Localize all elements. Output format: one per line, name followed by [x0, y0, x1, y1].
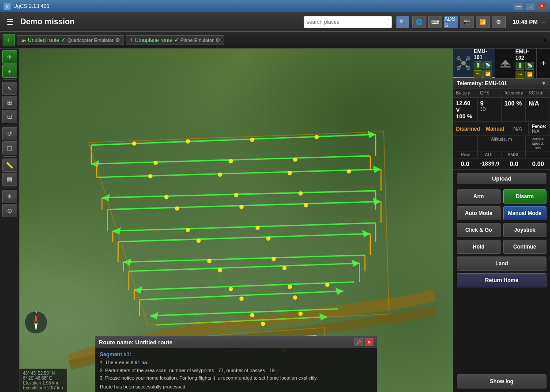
- agl-value: -1839.9: [477, 158, 502, 169]
- latitude: 46° 45' 52.50" N: [23, 371, 63, 376]
- battery-icon-2: 🔋: [516, 62, 524, 70]
- svg-line-12: [118, 234, 370, 241]
- area-button[interactable]: ⊞: [2, 96, 17, 109]
- sun-button[interactable]: ☀: [2, 190, 17, 203]
- return-home-button[interactable]: Return Home: [457, 273, 546, 287]
- svg-point-80: [298, 312, 303, 316]
- maximize-button[interactable]: □: [525, 2, 535, 10]
- emu101-name: EMU-101: [474, 48, 493, 60]
- gps-icon: 📶: [483, 70, 492, 78]
- drone-img-emu101: [455, 54, 472, 72]
- arm-button[interactable]: Arm: [457, 189, 501, 204]
- battery-header: Battery: [453, 89, 477, 98]
- emu102-icons: 🔋 📡 〜 📶: [516, 62, 535, 79]
- route2-settings-icon[interactable]: ⚙: [215, 37, 220, 43]
- route-tool-button[interactable]: ⊡: [2, 110, 17, 123]
- search-icon-button[interactable]: 🔍: [396, 16, 409, 28]
- right-panel: EMU-101 🔋 📡 〜 📶: [453, 49, 550, 392]
- svg-marker-13: [362, 230, 370, 237]
- add-drone-button[interactable]: +: [537, 49, 550, 78]
- emu101-icons: 🔋 📡 〜 📶: [474, 61, 493, 78]
- map-area[interactable]: N 46° 45' 52.50" N 8° 20' 48.68" E Eleva…: [19, 49, 453, 392]
- drone-tab-emu102[interactable]: EMU-102 🔋 📡 〜 📶: [495, 49, 537, 78]
- info-panel-content: Segment #1: 1. The area is 8.91 ha. 2. P…: [95, 348, 377, 392]
- telemetry-dropdown-icon[interactable]: ▼: [541, 80, 546, 87]
- grid-button[interactable]: ▦: [2, 173, 17, 186]
- show-log-button[interactable]: Show log: [457, 374, 546, 388]
- upload-header: Upload: [457, 173, 546, 184]
- signal-icon-1: 📡: [483, 61, 492, 69]
- panel-pin-button[interactable]: 📌: [354, 338, 363, 346]
- add-route-button[interactable]: +: [3, 34, 15, 46]
- route-item-2[interactable]: ✈ Emuplane route ✓ Plane Emulator ⚙: [126, 35, 224, 45]
- hold-button[interactable]: Hold: [457, 240, 501, 254]
- drone-tab-emu101[interactable]: EMU-101 🔋 📡 〜 📶: [453, 49, 495, 78]
- circle-button[interactable]: ⊙: [2, 204, 17, 217]
- signal-icon-button[interactable]: 📶: [476, 16, 490, 28]
- raw-label: Raw: [453, 151, 478, 158]
- title-bar: U UgCS 2.13.401 — □ ✕: [0, 0, 550, 12]
- globe-icon-button[interactable]: 🌐: [412, 16, 426, 28]
- info-line3: 3. Please notice your home location. For…: [100, 375, 318, 381]
- minimize-button[interactable]: —: [514, 2, 524, 10]
- search-box[interactable]: [304, 16, 392, 28]
- menu-button[interactable]: ☰: [4, 15, 17, 29]
- svg-point-71: [271, 257, 276, 261]
- amsl-value: 0.0: [502, 158, 526, 169]
- measure-button[interactable]: 📏: [2, 158, 17, 172]
- rotate-button[interactable]: ↺: [2, 127, 17, 140]
- drone-img-emu102: [497, 55, 514, 72]
- svg-point-53: [154, 161, 158, 165]
- hold-continue-row: Hold Continue: [457, 240, 546, 254]
- search-input[interactable]: [307, 19, 373, 25]
- settings-icon-button[interactable]: ⚙: [492, 16, 506, 28]
- altitude-values: 0.0 -1839.9 0.0 0.00: [453, 158, 550, 169]
- panel-content: Segment #1: 1. The area is 8.91 ha. 2. P…: [100, 351, 373, 382]
- svg-point-58: [288, 171, 292, 175]
- ads-b-button[interactable]: ADS-B: [444, 16, 458, 28]
- land-row: Land: [457, 256, 546, 271]
- video-icon-button[interactable]: 📷: [460, 16, 474, 28]
- gps-value-cell: 9 3D: [478, 98, 502, 122]
- app-title: UgCS 2.13.401: [13, 3, 514, 9]
- route-item-1[interactable]: 🚁 Untitled route ✓ Quadcopter Emulator ⚙: [17, 35, 124, 45]
- emu102-name: EMU-102: [516, 49, 535, 61]
- compass[interactable]: N: [24, 310, 48, 335]
- route2-check: ✓: [174, 37, 179, 43]
- click-go-row: Click & Go Joystick: [457, 223, 546, 237]
- disarm-button[interactable]: Disarm: [503, 189, 547, 204]
- svg-text:N: N: [35, 310, 37, 314]
- main-toolbar: ☰ Demo mission 🔍 🌐 ⌨ ADS-B 📷 📶 ⚙ 10:48 P…: [0, 12, 550, 32]
- altitude-subheader: Raw AGL AMSL: [453, 151, 550, 158]
- keyboard-icon-button[interactable]: ⌨: [428, 16, 442, 28]
- svg-marker-9: [373, 198, 381, 205]
- add-point-button[interactable]: +: [2, 64, 17, 78]
- route-toolbar-icon[interactable]: ⬇: [543, 37, 547, 43]
- joystick-button[interactable]: Joystick: [503, 223, 547, 237]
- info-panel-header: Route name: Untitled route 📌 ✕: [95, 336, 377, 348]
- sidebar-divider-4: [3, 188, 16, 188]
- rc-link-value-cell: N/A: [526, 98, 550, 122]
- panel-close-button[interactable]: ✕: [365, 338, 373, 346]
- close-button[interactable]: ✕: [537, 2, 546, 10]
- return-home-row: Return Home: [457, 273, 546, 287]
- agl-label: AGL: [478, 151, 502, 158]
- rect-button[interactable]: ▢: [2, 141, 17, 155]
- continue-button[interactable]: Continue: [503, 240, 547, 254]
- auto-mode-button[interactable]: Auto Mode: [457, 206, 501, 220]
- info-line1: 1. The area is 8.91 ha.: [100, 360, 148, 365]
- svg-marker-17: [351, 260, 359, 267]
- signal-icon-2: 〜: [474, 70, 482, 78]
- land-button[interactable]: Land: [457, 256, 546, 271]
- click-go-button[interactable]: Click & Go: [457, 223, 501, 237]
- nav-button[interactable]: ✈: [2, 50, 17, 64]
- route1-settings-icon[interactable]: ⚙: [115, 37, 120, 43]
- route-bar: + 🚁 Untitled route ✓ Quadcopter Emulator…: [0, 32, 550, 49]
- window-controls[interactable]: — □ ✕: [514, 2, 546, 10]
- manual-mode-button[interactable]: Manual Mode: [503, 206, 547, 220]
- altitude-header: Altitude, m Vertical speed, m/s: [453, 136, 550, 151]
- svg-line-4: [97, 170, 381, 177]
- cursor-button[interactable]: ↖: [2, 82, 17, 95]
- fence-status: Fence: N/A: [529, 122, 550, 136]
- svg-marker-5: [373, 166, 381, 173]
